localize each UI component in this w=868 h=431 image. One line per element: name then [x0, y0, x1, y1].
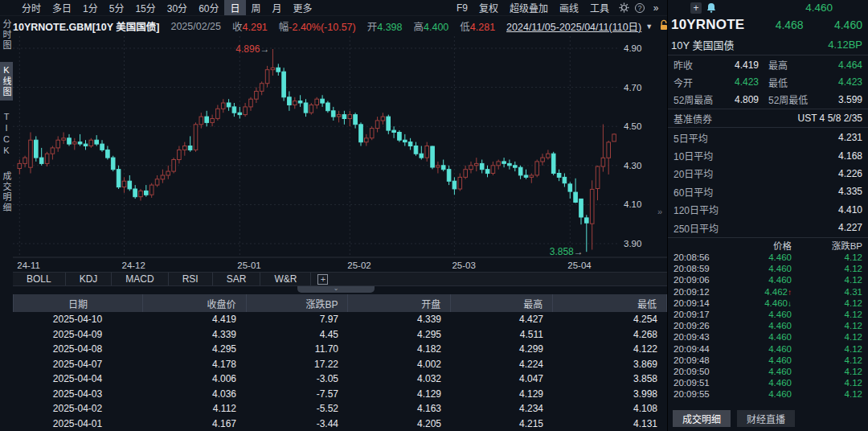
sidebar-tab-2[interactable]: TICK: [0, 109, 13, 160]
toolbar-button-4[interactable]: 工具: [585, 0, 614, 15]
candle: [199, 113, 203, 128]
tick-row[interactable]: 20:09:514.4604.12: [668, 377, 868, 388]
period-tab-3[interactable]: 5分: [104, 0, 130, 15]
history-cell: 4.234: [451, 403, 553, 414]
period-tab-0[interactable]: 分时: [16, 0, 47, 15]
candle: [227, 99, 231, 111]
candle: [111, 156, 115, 171]
history-col-1: 收盘价: [143, 294, 247, 312]
history-cell: 4.163: [348, 403, 451, 414]
divider: [668, 237, 868, 238]
tick-price: 4.460: [738, 252, 792, 262]
svg-text:4.90: 4.90: [624, 43, 641, 53]
candlestick-chart[interactable]: 4.904.704.504.304.103.9024-1124-1225-012…: [13, 36, 667, 272]
table-row[interactable]: 2025-04-094.3394.454.2954.5114.268: [13, 327, 667, 343]
period-tab-9[interactable]: 月: [267, 0, 288, 15]
table-row[interactable]: 2025-04-074.17817.224.0024.2243.869: [13, 357, 667, 372]
candle: [282, 68, 286, 101]
history-cell: 4.224: [451, 359, 553, 370]
tick-row[interactable]: 20:09:124.462↑4.31: [668, 286, 868, 298]
panel-tab-0[interactable]: 成交明细: [673, 410, 731, 427]
table-row[interactable]: 2025-04-014.167-3.444.2054.2154.131: [13, 417, 667, 431]
indicator-tab-1[interactable]: KDJ: [66, 273, 113, 285]
indicator-tab-3[interactable]: RSI: [169, 273, 213, 285]
period-tab-5[interactable]: 30分: [162, 0, 193, 15]
candle: [315, 97, 319, 109]
stat-value: 4.464: [810, 60, 862, 71]
indicator-tab-0[interactable]: BOLL: [13, 273, 66, 285]
quote-icon-row: + 4.460: [668, 2, 868, 15]
panel-collapse-handle[interactable]: ⌄: [297, 286, 375, 293]
indicator-tab-5[interactable]: W&R: [260, 273, 311, 285]
sidebar-tab-1[interactable]: K线图: [0, 62, 13, 101]
table-row[interactable]: 2025-04-044.006-3.054.0324.0473.858: [13, 371, 667, 387]
period-tab-6[interactable]: 60分: [193, 0, 224, 15]
tick-row[interactable]: 20:09:554.4604.12: [668, 388, 868, 400]
period-tab-10[interactable]: 更多: [288, 0, 318, 15]
candle: [607, 141, 611, 174]
date-range-label[interactable]: 2024/11/05-2025/04/11(110日): [506, 18, 641, 34]
tick-price: 4.460: [738, 355, 792, 365]
history-cell: 11.70: [246, 343, 348, 355]
candle: [447, 166, 451, 185]
help-icon[interactable]: ?: [633, 2, 646, 14]
tick-bp: 4.12: [792, 367, 862, 376]
gear-icon[interactable]: [617, 2, 630, 14]
tick-row[interactable]: 20:09:504.4604.12: [668, 366, 868, 377]
toolbar-button-2[interactable]: 超级叠加: [505, 0, 553, 15]
period-tab-7[interactable]: 日: [224, 0, 245, 15]
period-tab-2[interactable]: 1分: [77, 0, 104, 15]
sidebar-tab-3[interactable]: 成交明细: [0, 168, 13, 216]
indicator-tab-2[interactable]: MACD: [112, 273, 168, 285]
candle: [298, 95, 302, 107]
toolbar-button-1[interactable]: 复权: [474, 0, 503, 15]
candle: [403, 134, 407, 146]
table-row[interactable]: 2025-04-024.112-5.524.1634.2344.108: [13, 401, 667, 417]
chevron-down-icon[interactable]: ▼: [645, 23, 653, 31]
candle: [194, 122, 198, 152]
average-value: 4.226: [838, 168, 862, 179]
toolbar-button-3[interactable]: 画线: [555, 0, 583, 15]
tick-row[interactable]: 20:09:444.4604.12: [668, 343, 868, 355]
tick-bp: 4.12: [792, 321, 862, 330]
candle: [331, 107, 335, 121]
tick-bp: 4.31: [792, 287, 862, 297]
alert-bell-icon[interactable]: [706, 2, 716, 15]
tick-price: 4.460: [738, 332, 792, 342]
tick-row[interactable]: 20:09:484.4604.12: [668, 355, 868, 366]
expand-more-icon[interactable]: »: [649, 2, 662, 14]
period-tab-1[interactable]: 多日: [47, 0, 77, 15]
tick-row[interactable]: 20:09:434.4604.12: [668, 331, 868, 343]
average-label: 250日平均: [674, 221, 719, 235]
toolbar-button-0[interactable]: F9: [452, 2, 473, 14]
indicator-tab-4[interactable]: SAR: [213, 273, 261, 285]
tick-row[interactable]: 20:09:174.4604.12: [668, 309, 868, 320]
tick-time: 20:09:26: [674, 321, 738, 330]
candle: [420, 146, 424, 160]
table-row[interactable]: 2025-04-104.4197.974.3394.4274.254: [13, 312, 667, 327]
history-cell: 4.215: [451, 418, 553, 429]
tick-row[interactable]: 20:09:264.4604.12: [668, 320, 868, 331]
tick-row[interactable]: 20:09:064.4604.12: [668, 274, 868, 285]
panel-expander-icon[interactable]: »: [657, 207, 662, 216]
divider: [668, 55, 868, 55]
tick-row[interactable]: 20:08:594.4604.12: [668, 263, 868, 274]
panel-tab-1[interactable]: 财经直播: [737, 410, 795, 427]
tick-row[interactable]: 20:08:564.4604.12: [668, 252, 868, 263]
toolbar-right: F9复权超级叠加画线工具 ? »: [452, 0, 667, 15]
tick-price: 4.460: [738, 378, 792, 388]
tick-row[interactable]: 20:09:144.460↓4.12: [668, 298, 868, 309]
add-to-watchlist-button[interactable]: +: [690, 2, 702, 14]
candle: [293, 97, 297, 109]
stat-value: 4.419: [723, 60, 759, 71]
history-col-0: 日期: [14, 294, 143, 312]
table-row[interactable]: 2025-04-084.29511.704.1824.2994.122: [13, 342, 667, 357]
table-row[interactable]: 2025-04-034.036-7.574.1294.1293.998: [13, 387, 667, 402]
history-cell: 4.006: [142, 373, 246, 384]
add-indicator-button[interactable]: +: [311, 273, 334, 285]
sidebar-tab-0[interactable]: 分时图: [0, 16, 13, 54]
average-label: 5日平均: [674, 131, 708, 145]
average-label: 60日平均: [674, 185, 713, 199]
period-tab-4[interactable]: 15分: [129, 0, 161, 15]
period-tab-8[interactable]: 周: [246, 0, 267, 15]
